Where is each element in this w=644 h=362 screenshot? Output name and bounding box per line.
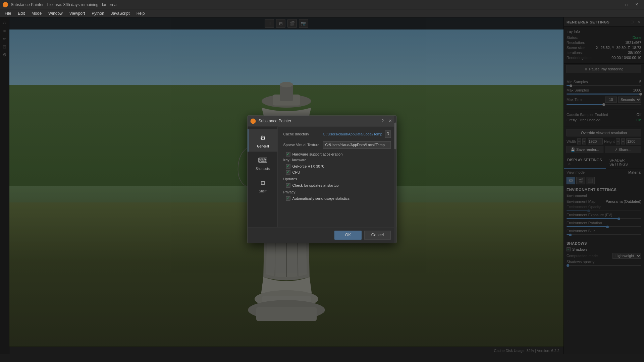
check-updates-row: ✓ Check for updates at startup [286, 183, 391, 187]
menu-javascript[interactable]: JavaScript [108, 10, 133, 16]
dialog-header: Substance Painter ? ✕ [248, 116, 396, 126]
privacy-section: Privacy ✓ Automatically send usage stati… [283, 190, 391, 200]
maximize-button[interactable]: □ [622, 1, 631, 8]
auto-send-row: ✓ Automatically send usage statistics [286, 196, 391, 200]
cpu-checkbox[interactable]: ✓ [286, 170, 290, 174]
auto-send-checkbox[interactable]: ✓ [286, 196, 290, 200]
dialog-app-icon [251, 118, 256, 124]
dialog-help-button[interactable]: ? [379, 118, 386, 124]
shortcuts-label: Shortcuts [256, 167, 270, 171]
cache-dir-label: Cache directory [283, 132, 320, 136]
cache-dir-button[interactable]: R [385, 130, 391, 138]
auto-send-label: Automatically send usage statistics [292, 196, 350, 200]
geforce-checkbox[interactable]: ✓ [286, 164, 290, 168]
iray-hardware-section: Iray Hardware ✓ GeForce RTX 3070 ✓ CPU [283, 158, 391, 174]
dialog-close-button[interactable]: ✕ [387, 118, 394, 124]
general-icon: ⚙ [258, 132, 268, 143]
sparse-texture-label: Sparse Virtual Texture [283, 143, 320, 147]
dialog-ok-button[interactable]: OK [335, 231, 362, 239]
hardware-accel-checkbox[interactable]: ✓ [286, 152, 290, 156]
dialog-cancel-button[interactable]: Cancel [364, 231, 391, 239]
iray-hardware-title: Iray Hardware [283, 158, 391, 162]
window-controls: ─ □ ✕ [612, 1, 641, 8]
app-icon [3, 2, 8, 7]
geforce-row: ✓ GeForce RTX 3070 [286, 164, 391, 168]
dialog-nav-shelf[interactable]: ⊞ Shelf [248, 174, 278, 196]
dialog-window-controls: ? ✕ [379, 118, 394, 124]
cpu-label: CPU [292, 170, 300, 174]
menu-file[interactable]: File [1, 10, 14, 16]
menu-window[interactable]: Window [45, 10, 66, 16]
dialog: Substance Painter ? ✕ ⚙ General ⌨ Shortc… [248, 115, 397, 243]
sparse-texture-row: Sparse Virtual Texture [283, 141, 391, 148]
privacy-title: Privacy [283, 190, 391, 194]
menu-mode[interactable]: Mode [28, 10, 45, 16]
updates-section: Updates ✓ Check for updates at startup [283, 177, 391, 187]
dialog-body: ⚙ General ⌨ Shortcuts ⊞ Shelf Cache dire… [248, 126, 396, 227]
dialog-content: Cache directory C:/Users/claud/AppData/L… [278, 126, 396, 227]
menu-help[interactable]: Help [133, 10, 148, 16]
hardware-accel-label: Hardware support acceleration [292, 152, 343, 156]
cache-dir-row: Cache directory C:/Users/claud/AppData/L… [283, 130, 391, 138]
hardware-accel-row: ✓ Hardware support acceleration [286, 152, 391, 156]
check-updates-label: Check for updates at startup [292, 183, 339, 187]
dialog-scrollbar-thumb [394, 126, 396, 149]
sparse-texture-input[interactable] [323, 141, 391, 148]
modal-overlay: Substance Painter ? ✕ ⚙ General ⌨ Shortc… [0, 17, 644, 354]
updates-title: Updates [283, 177, 391, 181]
shortcuts-icon: ⌨ [257, 155, 268, 166]
dialog-nav-shortcuts[interactable]: ⌨ Shortcuts [248, 152, 278, 174]
menu-viewport[interactable]: Viewport [66, 10, 88, 16]
shelf-icon: ⊞ [257, 177, 268, 188]
dialog-title: Substance Painter [259, 119, 379, 123]
dialog-nav-general[interactable]: ⚙ General [248, 129, 278, 152]
menu-python[interactable]: Python [88, 10, 107, 16]
menu-edit[interactable]: Edit [14, 10, 28, 16]
cache-dir-value[interactable]: C:/Users/claud/AppData/Local/Temp [323, 132, 382, 136]
general-label: General [257, 144, 269, 148]
dialog-nav: ⚙ General ⌨ Shortcuts ⊞ Shelf [248, 126, 278, 227]
cpu-row: ✓ CPU [286, 170, 391, 174]
dialog-scrollbar [394, 126, 396, 227]
check-updates-checkbox[interactable]: ✓ [286, 183, 290, 187]
close-button[interactable]: ✕ [632, 1, 641, 8]
title-bar: Substance Painter - License: 365 days re… [0, 0, 644, 9]
menu-bar: File Edit Mode Window Viewport Python Ja… [0, 9, 644, 17]
shelf-label: Shelf [259, 189, 267, 193]
geforce-label: GeForce RTX 3070 [292, 164, 324, 168]
minimize-button[interactable]: ─ [612, 1, 621, 8]
window-title: Substance Painter - License: 365 days re… [11, 2, 612, 7]
dialog-footer: OK Cancel [248, 227, 396, 243]
